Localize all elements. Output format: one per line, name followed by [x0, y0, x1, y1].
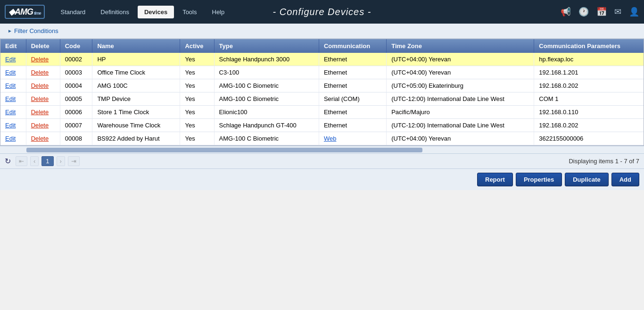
active-cell: Yes — [180, 132, 214, 145]
filter-arrow-icon: ► — [8, 28, 12, 34]
params-cell: hp.flexap.loc — [534, 53, 644, 66]
type-cell: Schlage Handpunch 3000 — [214, 53, 319, 66]
pagination-bar: ↻ ⇤ ‹ 1 › ⇥ Displaying items 1 - 7 of 7 — [0, 153, 644, 168]
table-row: Edit Delete 00004 AMG 100C Yes AMG-100 C… — [0, 79, 644, 92]
horizontal-scrollbar-thumb[interactable] — [26, 148, 422, 152]
code-cell: 00002 — [60, 53, 92, 66]
duplicate-button[interactable]: Duplicate — [565, 173, 609, 186]
edit-link[interactable]: Edit — [5, 69, 16, 76]
timezone-cell: (UTC-12:00) International Date Line West — [387, 119, 534, 132]
report-button[interactable]: Report — [477, 173, 513, 186]
delete-link[interactable]: Delete — [31, 69, 49, 76]
type-cell: AMG-100 C Biometric — [214, 79, 319, 92]
communication-cell: Ethernet — [319, 106, 386, 119]
table-row: Edit Delete 00008 BS922 Added by Harut Y… — [0, 132, 644, 145]
edit-link[interactable]: Edit — [5, 109, 16, 116]
refresh-button[interactable]: ↻ — [5, 157, 11, 166]
logo-text: ◆AMGtime — [5, 5, 45, 19]
timezone-cell: (UTC+05:00) Ekaterinburg — [387, 79, 534, 92]
nav-help[interactable]: Help — [206, 6, 231, 18]
col-type: Type — [214, 39, 319, 53]
edit-link[interactable]: Edit — [5, 135, 16, 142]
delete-cell: Delete — [26, 106, 60, 119]
col-name: Name — [92, 39, 180, 53]
name-cell: BS922 Added by Harut — [92, 132, 180, 145]
params-cell: 3622155000006 — [534, 132, 644, 145]
params-cell: 192.168.1.201 — [534, 66, 644, 79]
delete-link[interactable]: Delete — [31, 135, 49, 142]
delete-link[interactable]: Delete — [31, 56, 49, 63]
horizontal-scrollbar-area[interactable] — [0, 146, 644, 153]
delete-link[interactable]: Delete — [31, 82, 49, 89]
active-cell: Yes — [180, 92, 214, 106]
nav-definitions[interactable]: Definitions — [94, 6, 136, 18]
nav-devices[interactable]: Devices — [138, 6, 174, 18]
edit-cell: Edit — [0, 66, 26, 79]
communication-cell: Ethernet — [319, 53, 386, 66]
main-content: Edit Delete Code Name Active Type Commun… — [0, 39, 644, 146]
edit-link[interactable]: Edit — [5, 82, 16, 89]
code-cell: 00004 — [60, 79, 92, 92]
col-comm-params: Communication Parameters — [534, 39, 644, 53]
col-edit: Edit — [0, 39, 26, 53]
name-cell: Warehouse Time Clock — [92, 119, 180, 132]
last-page-button[interactable]: ⇥ — [68, 156, 80, 166]
filter-toggle[interactable]: ► Filter Conditions — [8, 27, 58, 34]
active-cell: Yes — [180, 119, 214, 132]
params-cell: 192.168.0.202 — [534, 79, 644, 92]
next-page-button[interactable]: › — [57, 156, 65, 166]
table-row: Edit Delete 00006 Store 1 Time Clock Yes… — [0, 106, 644, 119]
communication-cell: Ethernet — [319, 119, 386, 132]
edit-cell: Edit — [0, 132, 26, 145]
delete-cell: Delete — [26, 92, 60, 106]
logo: ◆AMGtime — [5, 5, 45, 19]
edit-cell: Edit — [0, 53, 26, 66]
add-button[interactable]: Add — [611, 173, 639, 186]
communication-cell: Web — [319, 132, 386, 145]
code-cell: 00007 — [60, 119, 92, 132]
edit-cell: Edit — [0, 119, 26, 132]
code-cell: 00003 — [60, 66, 92, 79]
filter-label: Filter Conditions — [14, 27, 58, 34]
params-cell: 192.168.0.202 — [534, 119, 644, 132]
timezone-cell: (UTC-12:00) International Date Line West — [387, 92, 534, 106]
delete-link[interactable]: Delete — [31, 109, 49, 116]
communication-cell: Ethernet — [319, 66, 386, 79]
table-row: Edit Delete 00003 Office Time Clock Yes … — [0, 66, 644, 79]
active-cell: Yes — [180, 79, 214, 92]
active-cell: Yes — [180, 106, 214, 119]
delete-cell: Delete — [26, 79, 60, 92]
delete-link[interactable]: Delete — [31, 95, 49, 102]
calendar-icon[interactable]: 📅 — [596, 7, 607, 17]
megaphone-icon[interactable]: 📢 — [561, 7, 571, 17]
user-icon[interactable]: 👤 — [629, 7, 639, 17]
edit-link[interactable]: Edit — [5, 56, 16, 63]
nav-tools[interactable]: Tools — [176, 6, 203, 18]
edit-link[interactable]: Edit — [5, 122, 16, 129]
email-icon[interactable]: ✉ — [614, 7, 621, 17]
first-page-button[interactable]: ⇤ — [16, 156, 27, 166]
edit-link[interactable]: Edit — [5, 95, 16, 102]
delete-cell: Delete — [26, 119, 60, 132]
active-cell: Yes — [180, 53, 214, 66]
name-cell: Office Time Clock — [92, 66, 180, 79]
col-active: Active — [180, 39, 214, 53]
params-cell: COM 1 — [534, 92, 644, 106]
col-code: Code — [60, 39, 92, 53]
main-nav: Standard Definitions Devices Tools Help — [54, 6, 231, 18]
name-cell: Store 1 Time Clock — [92, 106, 180, 119]
devices-table-container[interactable]: Edit Delete Code Name Active Type Commun… — [0, 39, 644, 146]
code-cell: 00005 — [60, 92, 92, 106]
comm-link[interactable]: Web — [324, 135, 337, 142]
col-delete: Delete — [26, 39, 60, 53]
prev-page-button[interactable]: ‹ — [30, 156, 39, 166]
name-cell: HP — [92, 53, 180, 66]
communication-cell: Ethernet — [319, 79, 386, 92]
header: ◆AMGtime Standard Definitions Devices To… — [0, 0, 644, 24]
clock-icon[interactable]: 🕐 — [578, 7, 589, 17]
nav-standard[interactable]: Standard — [54, 6, 92, 18]
properties-button[interactable]: Properties — [516, 173, 562, 186]
active-cell: Yes — [180, 66, 214, 79]
delete-link[interactable]: Delete — [31, 122, 49, 129]
name-cell: TMP Device — [92, 92, 180, 106]
